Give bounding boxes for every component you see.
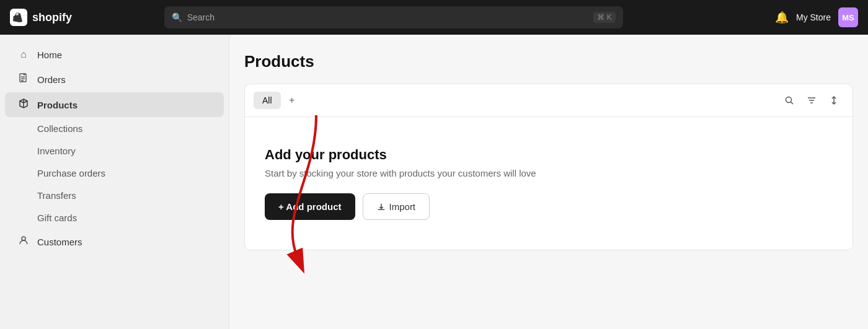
sidebar-item-purchase-orders[interactable]: Purchase orders bbox=[5, 162, 224, 184]
sidebar-item-customers[interactable]: Customers bbox=[5, 229, 224, 254]
page-title: Products bbox=[244, 52, 853, 71]
sidebar-item-home[interactable]: ⌂ Home bbox=[5, 43, 224, 66]
sidebar-item-gift-cards[interactable]: Gift cards bbox=[5, 207, 224, 229]
card-tabs: All + bbox=[245, 84, 852, 117]
import-button[interactable]: Import bbox=[363, 193, 430, 220]
customers-icon bbox=[17, 235, 30, 248]
orders-icon bbox=[17, 73, 30, 86]
filter-action-button[interactable] bbox=[802, 90, 822, 110]
logo-text: shopify bbox=[32, 11, 72, 24]
avatar[interactable]: MS bbox=[838, 7, 858, 27]
store-name[interactable]: My Store bbox=[796, 12, 831, 22]
sort-action-button[interactable] bbox=[824, 90, 844, 110]
sidebar-item-home-label: Home bbox=[37, 50, 62, 60]
sidebar-item-purchase-orders-label: Purchase orders bbox=[37, 168, 105, 178]
sidebar-item-collections-label: Collections bbox=[37, 123, 82, 134]
search-input[interactable] bbox=[187, 12, 589, 22]
search-icon: 🔍 bbox=[172, 12, 182, 22]
tab-all[interactable]: All bbox=[254, 92, 281, 109]
import-button-label: Import bbox=[389, 201, 416, 212]
sidebar-item-products[interactable]: Products bbox=[5, 92, 224, 117]
sidebar-item-inventory-label: Inventory bbox=[37, 146, 76, 156]
search-bar[interactable]: 🔍 ⌘ K bbox=[164, 6, 623, 29]
logo-area[interactable]: shopify bbox=[10, 9, 84, 26]
tab-actions bbox=[779, 90, 844, 110]
home-icon: ⌂ bbox=[17, 49, 30, 60]
sidebar-item-products-label: Products bbox=[37, 100, 78, 110]
sidebar-item-transfers-label: Transfers bbox=[37, 190, 76, 201]
shopify-logo-icon bbox=[10, 9, 27, 26]
sidebar: ⌂ Home Orders Products Collections Inven… bbox=[0, 35, 229, 329]
products-card: All + Add your p bbox=[244, 84, 853, 250]
topbar: shopify 🔍 ⌘ K 🔔 My Store MS bbox=[0, 0, 868, 35]
sidebar-item-inventory[interactable]: Inventory bbox=[5, 140, 224, 162]
products-icon bbox=[17, 99, 30, 111]
add-product-button[interactable]: + Add product bbox=[265, 193, 355, 220]
bell-icon[interactable]: 🔔 bbox=[775, 11, 789, 24]
svg-point-2 bbox=[22, 237, 25, 240]
search-action-button[interactable] bbox=[779, 90, 799, 110]
empty-state-description: Start by stocking your store with produc… bbox=[265, 168, 536, 178]
svg-point-3 bbox=[786, 97, 792, 103]
keyboard-hint: ⌘ K bbox=[593, 12, 615, 23]
svg-point-1 bbox=[24, 74, 25, 76]
svg-line-4 bbox=[791, 102, 794, 105]
main-content: Products All + bbox=[229, 35, 868, 329]
topbar-right: 🔔 My Store MS bbox=[775, 7, 858, 27]
sidebar-item-gift-cards-label: Gift cards bbox=[37, 213, 77, 223]
tab-add-button[interactable]: + bbox=[283, 92, 301, 109]
layout: ⌂ Home Orders Products Collections Inven… bbox=[0, 35, 868, 329]
sidebar-item-collections[interactable]: Collections bbox=[5, 118, 224, 139]
main-wrapper: Products All + bbox=[229, 35, 868, 329]
empty-state-title: Add your products bbox=[265, 147, 387, 163]
empty-state: Add your products Start by stocking your… bbox=[245, 117, 852, 250]
sidebar-item-orders[interactable]: Orders bbox=[5, 67, 224, 92]
sidebar-item-transfers[interactable]: Transfers bbox=[5, 185, 224, 206]
empty-state-actions: + Add product Import bbox=[265, 193, 430, 220]
sidebar-item-orders-label: Orders bbox=[37, 74, 66, 85]
sidebar-item-customers-label: Customers bbox=[37, 237, 82, 247]
